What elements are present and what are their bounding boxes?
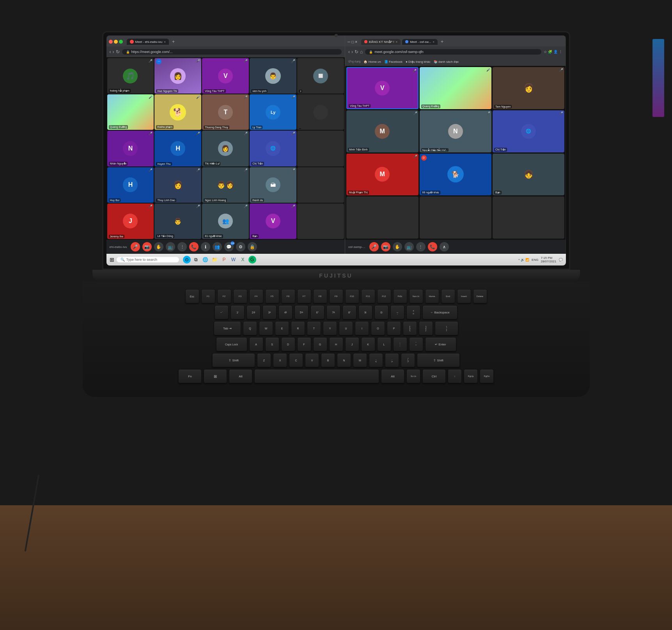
key-e[interactable]: E bbox=[275, 321, 289, 335]
key-q[interactable]: Q bbox=[243, 321, 257, 335]
key-n[interactable]: N bbox=[337, 353, 351, 367]
key-tilde[interactable]: ~` bbox=[215, 305, 229, 319]
key-a[interactable]: A bbox=[249, 337, 263, 351]
expand-btn[interactable]: ∧ bbox=[440, 242, 449, 251]
home-btn-r[interactable]: ⌂ bbox=[360, 49, 363, 55]
tab-right-1[interactable]: ĐĂNG KÝ NHẬP ! × bbox=[361, 39, 401, 45]
more-btn[interactable]: ⋮ bbox=[177, 242, 187, 251]
key-comma[interactable]: ,< bbox=[369, 353, 383, 367]
key-ctrl-right[interactable]: Ctrl bbox=[422, 369, 446, 383]
security-btn[interactable]: 🔒 bbox=[248, 242, 257, 251]
key-9[interactable]: 9( bbox=[358, 305, 372, 319]
cortana-btn[interactable]: ⊙ bbox=[183, 256, 191, 264]
taskbar-search-box[interactable]: 🔍 Type here to search bbox=[117, 257, 179, 262]
key-f3[interactable]: F3 bbox=[233, 289, 247, 303]
chat-btn[interactable]: 💬 100 bbox=[224, 242, 234, 251]
key-z[interactable]: Z bbox=[257, 353, 271, 367]
key-f1[interactable]: F1 bbox=[201, 289, 215, 303]
key-g[interactable]: G bbox=[313, 337, 327, 351]
key-f8[interactable]: F8 bbox=[313, 289, 327, 303]
key-alt-left[interactable]: Alt bbox=[229, 369, 252, 383]
back-btn[interactable]: ‹ bbox=[110, 49, 111, 55]
ext-btn[interactable]: 🧩 bbox=[548, 50, 552, 54]
key-plus[interactable]: += bbox=[406, 305, 420, 319]
key-quote[interactable]: '" bbox=[409, 337, 423, 351]
win-restore-right[interactable]: □ bbox=[351, 40, 354, 44]
key-c[interactable]: C bbox=[289, 353, 303, 367]
key-k[interactable]: K bbox=[361, 337, 375, 351]
info-btn[interactable]: ℹ bbox=[201, 242, 210, 251]
reload-btn-r[interactable]: ↻ bbox=[355, 49, 358, 55]
tab-close-r1[interactable]: × bbox=[395, 40, 397, 44]
key-shift-right[interactable]: ⇧ Shift bbox=[417, 353, 460, 367]
key-d[interactable]: D bbox=[281, 337, 295, 351]
end-call-btn[interactable]: 📞 bbox=[189, 242, 199, 251]
menu-btn-r[interactable]: ⋮ bbox=[559, 50, 562, 54]
key-1[interactable]: 1! bbox=[231, 305, 245, 319]
key-h[interactable]: H bbox=[329, 337, 343, 351]
forward-btn[interactable]: › bbox=[113, 49, 114, 55]
key-b[interactable]: B bbox=[321, 353, 335, 367]
key-f10[interactable]: F10 bbox=[345, 289, 359, 303]
key-f9[interactable]: F9 bbox=[329, 289, 343, 303]
key-f7[interactable]: F7 bbox=[297, 289, 311, 303]
key-rbracket[interactable]: ]} bbox=[419, 321, 433, 335]
key-u[interactable]: U bbox=[339, 321, 353, 335]
key-7[interactable]: 7& bbox=[326, 305, 340, 319]
key-alt-right[interactable]: Alt bbox=[381, 369, 404, 383]
key-tab[interactable]: Tab ⇥ bbox=[214, 321, 241, 335]
key-numlk[interactable]: Num Lk bbox=[409, 289, 423, 303]
close-btn[interactable] bbox=[109, 40, 113, 44]
key-t[interactable]: T bbox=[307, 321, 321, 335]
win-min-right[interactable]: ─ bbox=[348, 40, 350, 44]
key-f2[interactable]: F2 bbox=[217, 289, 231, 303]
key-f[interactable]: F bbox=[297, 337, 311, 351]
reload-btn[interactable]: ↻ bbox=[116, 49, 120, 55]
key-semicolon[interactable]: ;: bbox=[393, 337, 407, 351]
activities-btn[interactable]: ⚙ bbox=[236, 242, 245, 251]
bookmark-fb[interactable]: 📘 Facebook bbox=[384, 60, 402, 64]
profile-btn[interactable]: 👤 bbox=[553, 50, 558, 54]
url-bar-right[interactable]: 🔒 meet.google.com/osf-swmp-qfn bbox=[365, 49, 541, 55]
key-esc[interactable]: Esc bbox=[185, 289, 199, 303]
tab-close-left[interactable]: × bbox=[164, 40, 166, 44]
meet-btn[interactable]: G bbox=[248, 256, 256, 264]
key-f4[interactable]: F4 bbox=[249, 289, 263, 303]
key-insert[interactable]: Insert bbox=[457, 289, 471, 303]
key-backspace[interactable]: ← Backspace bbox=[422, 305, 457, 319]
key-slash[interactable]: /? bbox=[401, 353, 415, 367]
task-view-btn[interactable]: ⧉ bbox=[192, 256, 200, 264]
key-f11[interactable]: F11 bbox=[361, 289, 375, 303]
key-prtsc[interactable]: PrtSc bbox=[393, 289, 407, 303]
powerpoint-btn[interactable]: P bbox=[220, 256, 228, 264]
key-0[interactable]: 0) bbox=[374, 305, 388, 319]
back-btn-r[interactable]: ‹ bbox=[348, 49, 350, 55]
key-fn[interactable]: Fn bbox=[178, 369, 202, 383]
win-close-right[interactable]: × bbox=[355, 40, 357, 44]
mute-btn-r[interactable]: 🎤 bbox=[369, 242, 379, 251]
key-8[interactable]: 8* bbox=[342, 305, 356, 319]
hand-btn[interactable]: ✋ bbox=[154, 242, 163, 251]
excel-btn[interactable]: X bbox=[239, 256, 247, 264]
bookmark-reading[interactable]: 📚 danh sách đọc bbox=[434, 60, 459, 64]
present-btn-r[interactable]: 📺 bbox=[404, 242, 414, 251]
start-btn[interactable]: ⊞ bbox=[110, 257, 114, 263]
key-f6[interactable]: F6 bbox=[281, 289, 295, 303]
key-f12[interactable]: F12 bbox=[377, 289, 391, 303]
new-tab-btn-left[interactable]: + bbox=[170, 38, 176, 45]
active-tab-left[interactable]: Meet - ehi-ewbv-ivu × bbox=[127, 39, 169, 45]
key-win[interactable]: ⊞ bbox=[204, 369, 227, 383]
key-j[interactable]: J bbox=[345, 337, 359, 351]
key-v[interactable]: V bbox=[305, 353, 319, 367]
word-btn[interactable]: W bbox=[230, 256, 238, 264]
key-3[interactable]: 3# bbox=[262, 305, 277, 319]
key-2[interactable]: 2@ bbox=[246, 305, 261, 319]
key-p[interactable]: P bbox=[387, 321, 401, 335]
forward-btn-r[interactable]: › bbox=[351, 49, 353, 55]
url-bar-left[interactable]: 🔒 https://meet.google.com/... bbox=[122, 49, 342, 55]
key-enter[interactable]: ↵ Enter bbox=[425, 337, 456, 351]
key-shift-left[interactable]: ⇧ Shift bbox=[212, 353, 255, 367]
people-btn[interactable]: 👥 bbox=[213, 242, 222, 251]
key-period[interactable]: .> bbox=[385, 353, 399, 367]
key-r[interactable]: R bbox=[291, 321, 305, 335]
